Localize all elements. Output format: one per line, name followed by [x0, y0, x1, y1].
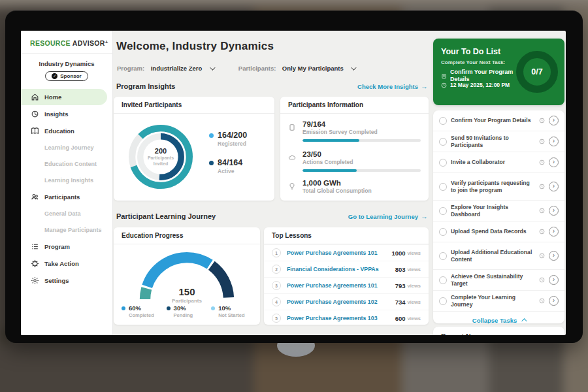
clock-icon	[539, 277, 545, 283]
todo-column: Your To Do List Complete Your Next Task:…	[433, 31, 564, 335]
sidebar-item-label: General Data	[44, 210, 81, 217]
task-go-button[interactable]: ›	[549, 157, 559, 167]
clock-icon	[539, 229, 545, 235]
lesson-link[interactable]: Power Purchase Agreements 101	[287, 250, 391, 256]
photo-of-monitor: RESOURCE ADVISOR+ Industry Dynamics ✓ Sp…	[0, 0, 588, 392]
sponsor-badge[interactable]: ✓ Sponsor	[45, 71, 88, 81]
page-title: Welcome, Industry Dynamics	[116, 40, 274, 53]
sidebar-item-insights[interactable]: Insights	[21, 106, 107, 122]
clock-icon	[539, 159, 545, 165]
task-row[interactable]: Send 50 Invitations to Participants ›	[433, 131, 564, 152]
legend-dot	[167, 306, 171, 310]
legend-item-registered: 164/200 Registered	[209, 131, 247, 147]
invited-participants-title: Invited Participants	[114, 97, 274, 114]
clock-icon	[539, 139, 545, 144]
lesson-link[interactable]: Power Purchase Agreements 103	[287, 315, 395, 321]
program-filter-value[interactable]: Industrialize Zero	[151, 65, 203, 72]
filters-row: Program: Industrialize Zero Participants…	[117, 61, 355, 73]
lesson-link[interactable]: Power Purchase Agreements 102	[287, 299, 395, 305]
sidebar-item-settings[interactable]: Settings	[21, 272, 107, 289]
insights-icon	[31, 110, 39, 118]
sidebar-item-label: Settings	[44, 277, 69, 284]
task-row[interactable]: Invite a Collaborator ›	[433, 152, 564, 172]
document-icon	[288, 122, 296, 130]
program-insights-header: Program Insights Check More Insights→	[116, 82, 428, 90]
clock-icon	[539, 298, 545, 304]
task-row[interactable]: Achieve One Sustainability Target ›	[433, 269, 564, 290]
sidebar-item-education[interactable]: Education	[21, 123, 107, 139]
top-lessons-title: Top Lessons	[264, 227, 429, 244]
task-checkbox[interactable]	[439, 207, 447, 215]
sidebar-divider	[21, 53, 112, 54]
recent-news-card: Recent News	[433, 327, 564, 335]
sidebar-item-take-action[interactable]: Take Action	[21, 255, 107, 272]
program-insights-title: Program Insights	[116, 82, 175, 90]
monitor-bezel: RESOURCE ADVISOR+ Industry Dynamics ✓ Sp…	[5, 10, 583, 343]
legend-dot	[122, 306, 125, 310]
task-row[interactable]: Explore Your Insights Dashboard ›	[433, 200, 564, 221]
sidebar-item-label: Learning Journey	[44, 144, 94, 151]
sidebar: RESOURCE ADVISOR+ Industry Dynamics ✓ Sp…	[21, 31, 113, 335]
task-checkbox[interactable]	[439, 297, 447, 305]
collapse-tasks-button[interactable]: Collapse Tasks	[433, 311, 564, 323]
sidebar-item-program[interactable]: Program	[21, 238, 107, 255]
task-checkbox[interactable]	[439, 276, 447, 284]
task-go-button[interactable]: ›	[549, 275, 559, 285]
lesson-row: 4 Power Purchase Agreements 102 734 view…	[264, 293, 429, 310]
lesson-link[interactable]: Power Purchase Agreements 101	[287, 282, 395, 289]
invited-participants-card: Invited Participants 200 ParticipantsInv…	[114, 97, 274, 201]
chevron-down-icon[interactable]	[351, 65, 356, 70]
todo-summary-card: Your To Do List Complete Your Next Task:…	[433, 39, 564, 105]
participants-filter-value[interactable]: Only My Participants	[282, 65, 344, 72]
app-logo: RESOURCE ADVISOR+	[21, 31, 112, 47]
lesson-rank: 1	[272, 248, 281, 257]
task-go-button[interactable]: ›	[549, 137, 559, 146]
sidebar-item-manage-participants[interactable]: Manage Participants	[21, 222, 107, 238]
task-row[interactable]: Upload Spend Data Records ›	[433, 221, 564, 242]
legend-item-completed: 60% Completed	[122, 304, 167, 318]
sidebar-item-education-content[interactable]: Education Content	[21, 156, 107, 172]
task-go-button[interactable]: ›	[549, 296, 559, 306]
lesson-link[interactable]: Financial Considerations - VPPAs	[287, 266, 395, 272]
lesson-rank: 3	[272, 281, 281, 290]
actions-completed-row: 23/50 Actions Completed	[288, 150, 421, 172]
sidebar-item-learning-journey[interactable]: Learning Journey	[21, 140, 107, 155]
todo-title: Your To Do List	[441, 47, 500, 56]
task-checkbox[interactable]	[439, 252, 447, 260]
task-row[interactable]: Confirm Your Program Details ›	[433, 110, 564, 131]
progress-bar	[302, 169, 421, 172]
gear-icon	[31, 276, 39, 285]
task-row[interactable]: Verify participants requesting to join t…	[433, 172, 564, 200]
sidebar-item-general-data[interactable]: General Data	[21, 206, 107, 221]
program-filter[interactable]: Program: Industrialize Zero	[117, 61, 214, 73]
sidebar-item-label: Home	[44, 93, 61, 101]
sidebar-item-label: Learning Insights	[44, 177, 93, 184]
task-checkbox[interactable]	[439, 117, 447, 125]
clock-icon	[539, 208, 545, 214]
task-row[interactable]: Complete Your Learning Journey ›	[433, 290, 564, 311]
lesson-rank: 5	[272, 314, 281, 323]
main-content: Welcome, Industry Dynamics Program: Indu…	[112, 31, 433, 335]
participants-information-card: Participants Information 79/164 Emission…	[280, 97, 429, 201]
chevron-down-icon[interactable]	[210, 65, 215, 70]
global-consumption-row: 1,000 GWh Total Global Consumption	[288, 179, 421, 194]
task-checkbox[interactable]	[439, 138, 447, 146]
progress-bar	[302, 139, 421, 142]
sidebar-item-participants[interactable]: Participants	[21, 189, 107, 205]
participants-filter[interactable]: Participants: Only My Participants	[238, 61, 355, 73]
task-checkbox[interactable]	[439, 183, 447, 191]
task-go-button[interactable]: ›	[549, 116, 559, 125]
task-go-button[interactable]: ›	[549, 251, 559, 261]
clipboard-icon	[441, 73, 447, 79]
go-to-learning-journey-link[interactable]: Go to Learning Journey→	[348, 212, 428, 220]
task-go-button[interactable]: ›	[549, 182, 559, 191]
dashboard-screen: RESOURCE ADVISOR+ Industry Dynamics ✓ Sp…	[21, 31, 566, 335]
check-more-insights-link[interactable]: Check More Insights→	[357, 82, 428, 90]
task-go-button[interactable]: ›	[549, 206, 559, 216]
task-row[interactable]: Upload Additional Educational Content ›	[433, 242, 564, 269]
task-checkbox[interactable]	[439, 159, 447, 167]
sidebar-item-home[interactable]: Home	[21, 89, 107, 105]
sidebar-item-learning-insights[interactable]: Learning Insights	[21, 172, 107, 188]
task-go-button[interactable]: ›	[549, 227, 559, 237]
task-checkbox[interactable]	[439, 228, 447, 236]
